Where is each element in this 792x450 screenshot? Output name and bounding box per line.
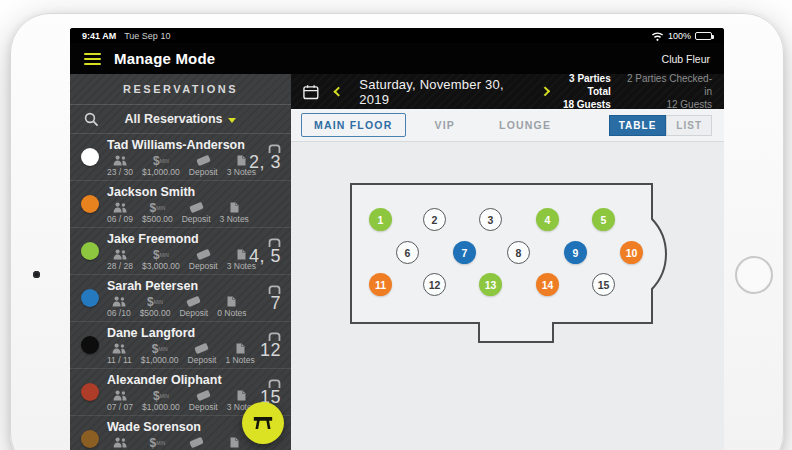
floor-plan-outline [349, 182, 669, 344]
deposit: Deposit [189, 389, 218, 412]
floor-table-6[interactable]: 6 [396, 241, 419, 264]
status-dot-icon [81, 195, 99, 213]
table-numbers-label: 4, 5 [249, 247, 281, 265]
tab-main-floor[interactable]: MAIN FLOOR [301, 113, 406, 137]
guests-icon [113, 202, 127, 213]
calendar-icon[interactable] [303, 84, 319, 100]
view-toggle: TABLELIST [609, 115, 712, 136]
status-dot-icon [81, 336, 99, 354]
note-icon [236, 343, 245, 354]
dollar-min-icon: $MIN [147, 295, 163, 307]
ticket-icon [196, 248, 211, 259]
guest-count: 23 / 30 [107, 154, 133, 177]
dollar-min-icon: $MIN [153, 154, 169, 166]
floor-table-8[interactable]: 8 [507, 241, 530, 264]
guest-name: Sarah Petersen [107, 279, 262, 293]
reservation-row[interactable]: Dane Langford 11 / 11 $MI [70, 322, 291, 369]
sidebar-title: RESERVATIONS [70, 74, 291, 105]
venue-label: Club Fleur [662, 53, 710, 65]
status-bar: 9:41 AM Tue Sep 10 100% [70, 28, 724, 43]
guests-icon [112, 343, 126, 354]
home-button[interactable] [735, 256, 773, 294]
guests-icon [113, 437, 127, 448]
floor-table-1[interactable]: 1 [369, 208, 392, 231]
deposit: Deposit [188, 342, 217, 365]
minimum-spend: $MIN $1,000.00 [141, 342, 179, 365]
tab-lounge[interactable]: LOUNGE [484, 113, 566, 137]
tab-vip[interactable]: VIP [420, 113, 471, 137]
status-dot-icon [81, 430, 99, 448]
reservation-filter-dropdown[interactable]: All Reservations [125, 112, 237, 126]
floor-tab-bar: MAIN FLOORVIPLOUNGE TABLELIST [291, 109, 724, 142]
guests-icon [113, 390, 127, 401]
battery-icon [695, 32, 712, 40]
reservation-row[interactable]: Jackson Smith 06 / 09 $MI [70, 181, 291, 228]
notes: 1 Notes [225, 342, 254, 365]
floor-table-5[interactable]: 5 [592, 208, 615, 231]
guest-count: 03 / 09 [107, 436, 133, 450]
notes: 3 Notes [220, 436, 249, 450]
deposit: Deposit [189, 154, 218, 177]
guest-count: 07 / 07 [107, 389, 133, 412]
dollar-min-icon: $MIN [153, 389, 169, 401]
parties-total-label: 3 Parties Total [549, 72, 611, 98]
table-fab-button[interactable] [242, 402, 284, 444]
ticket-icon [196, 389, 211, 400]
table-numbers-label: 2, 3 [249, 153, 281, 171]
deposit: Deposit [182, 436, 211, 450]
minimum-spend: $MIN $1,000.00 [142, 154, 180, 177]
status-dot-icon [81, 242, 99, 260]
floor-table-3[interactable]: 3 [479, 208, 502, 231]
reservation-row[interactable]: Jake Freemond 28 / 28 $MI [70, 228, 291, 275]
assigned-tables: 7 [268, 285, 281, 312]
guest-name: Jake Freemond [107, 232, 243, 246]
note-icon [227, 296, 236, 307]
menu-hamburger-icon[interactable] [84, 53, 101, 65]
floor-table-13[interactable]: 13 [479, 273, 502, 296]
note-icon [237, 155, 246, 166]
ticket-icon [196, 154, 211, 165]
floor-table-7[interactable]: 7 [453, 241, 476, 264]
table-numbers-label: 7 [270, 294, 281, 312]
deposit: Deposit [189, 248, 218, 271]
view-toggle-table[interactable]: TABLE [609, 115, 667, 136]
date-label: Tue Sep 10 [124, 31, 170, 41]
filter-label: All Reservations [125, 112, 223, 126]
prev-date-button[interactable] [333, 87, 343, 97]
floor-table-15[interactable]: 15 [592, 273, 615, 296]
current-date-label: Saturday, November 30, 2019 [359, 77, 524, 107]
assigned-tables: 12 [260, 332, 281, 359]
guests-icon [112, 296, 126, 307]
ticket-icon [195, 342, 210, 353]
dollar-min-icon: $MIN [152, 342, 168, 354]
floor-table-11[interactable]: 11 [369, 273, 392, 296]
guest-count: 11 / 11 [107, 342, 132, 365]
notes: 3 Notes [220, 201, 249, 224]
floor-area: 123456789101112131415 [291, 142, 724, 450]
floor-table-12[interactable]: 12 [423, 273, 446, 296]
minimum-spend: $MIN $500.00 [142, 201, 173, 224]
table-numbers-label: 12 [260, 341, 281, 359]
guest-count: 06 / 09 [107, 201, 133, 224]
guests-icon [113, 155, 127, 166]
page-title: Manage Mode [114, 50, 215, 67]
front-camera-icon [33, 271, 40, 278]
search-icon[interactable] [84, 112, 99, 127]
floor-table-4[interactable]: 4 [536, 208, 559, 231]
tablet-frame: 9:41 AM Tue Sep 10 100% Manage Mode Club… [10, 13, 784, 450]
reservation-row[interactable]: Tad Williams-Anderson 23 / 30 [70, 134, 291, 181]
floor-table-14[interactable]: 14 [536, 273, 559, 296]
ticket-icon [186, 295, 201, 306]
dollar-min-icon: $MIN [149, 436, 165, 448]
minimum-spend: $MIN $1,000.00 [142, 389, 180, 412]
reservation-filter-row: All Reservations [70, 105, 291, 134]
deposit: Deposit [179, 295, 208, 318]
floor-table-10[interactable]: 10 [620, 241, 643, 264]
view-toggle-list[interactable]: LIST [666, 115, 712, 136]
reservation-row[interactable]: Sarah Petersen 06 /10 $MI [70, 275, 291, 322]
chevron-down-icon [228, 118, 236, 123]
floor-table-2[interactable]: 2 [423, 208, 446, 231]
date-bar: Saturday, November 30, 2019 3 Parties To… [291, 74, 724, 109]
status-dot-icon [81, 383, 99, 401]
floor-table-9[interactable]: 9 [564, 241, 587, 264]
